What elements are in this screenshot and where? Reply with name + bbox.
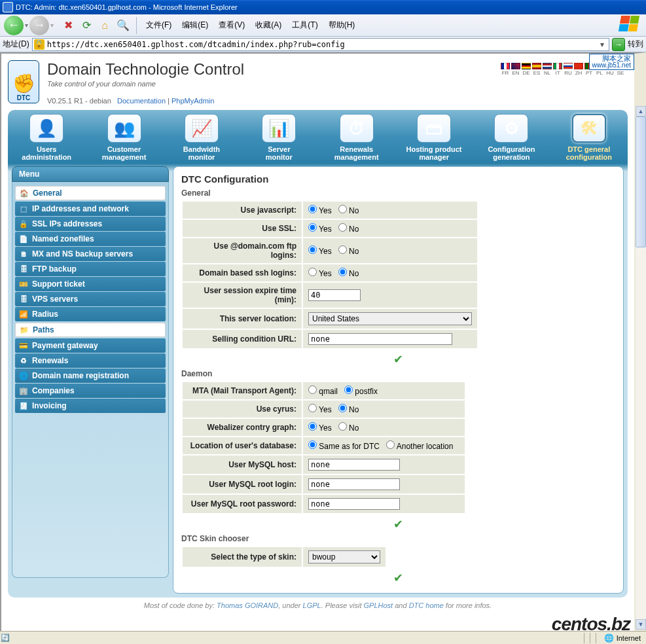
back-dropdown[interactable]: ▾	[25, 22, 28, 29]
sidebar-named-zonefiles[interactable]: Named zonefiles	[15, 232, 166, 246]
footer-license[interactable]: LGPL	[303, 601, 321, 609]
radio-cyrus-no[interactable]	[338, 404, 347, 412]
label-webalizer: Webalizer contry graph:	[182, 418, 302, 437]
menu-tools[interactable]: 工具(T)	[287, 18, 323, 32]
home-icon[interactable]: ⌂	[98, 19, 111, 32]
vertical-scrollbar[interactable]: ▲ ▼	[636, 106, 646, 630]
nav-bandwidth-monitor[interactable]: 📈Bandwidthmonitor	[167, 114, 236, 161]
nav-server-monitor[interactable]: 📊Servermonitor	[244, 114, 314, 161]
sidebar-ftp-backup[interactable]: FTP backup	[15, 262, 166, 276]
input-session[interactable]	[308, 289, 361, 301]
input-cond_url[interactable]	[308, 333, 452, 345]
label-ftp_logins: Use @domain.com ftp logins:	[182, 238, 302, 264]
sidebar-title: Menu	[12, 166, 169, 182]
stop-icon[interactable]: ✖	[62, 19, 75, 32]
dom-icon	[19, 371, 28, 380]
forward-button[interactable]: →	[29, 16, 49, 35]
menu-view[interactable]: 查看(V)	[213, 18, 250, 32]
menu-fav[interactable]: 收藏(A)	[250, 18, 287, 32]
address-dropdown[interactable]: ▾	[597, 40, 607, 49]
flag-label: PL	[595, 70, 604, 76]
radio-mta-postfix[interactable]	[344, 385, 353, 394]
cell-session	[302, 282, 478, 308]
phpmyadmin-link[interactable]: PhpMyAdmin	[171, 97, 214, 105]
address-input[interactable]	[47, 40, 597, 49]
menu-file[interactable]: 文件(F)	[141, 18, 177, 32]
flag-en[interactable]	[511, 63, 520, 69]
cell-mylogin	[302, 474, 465, 494]
input-mypass[interactable]	[308, 498, 400, 510]
radio-use_ssl-no[interactable]	[338, 223, 347, 232]
radio-cyrus-yes[interactable]	[308, 404, 317, 412]
dtc-logo: ✊ DTC	[8, 60, 39, 103]
status-icon: 🔄	[0, 634, 10, 642]
submit-general[interactable]: ✔	[181, 352, 615, 367]
sidebar-general[interactable]: General	[15, 186, 166, 200]
radio-ssh_logins-no[interactable]	[338, 268, 347, 276]
footer-gplhost[interactable]: GPLHost	[364, 601, 393, 609]
radio-ftp_logins-no[interactable]	[338, 245, 347, 254]
sidebar-paths[interactable]: Paths	[15, 323, 166, 337]
radio-use_js-no[interactable]	[338, 205, 347, 213]
flag-ru[interactable]	[564, 63, 573, 69]
input-myhost[interactable]	[308, 459, 400, 471]
radio-use_js-yes[interactable]	[308, 205, 317, 213]
cell-ftp_logins: Yes No	[302, 238, 478, 264]
radio-mta-qmail[interactable]	[308, 385, 317, 394]
flag-es[interactable]	[532, 63, 541, 69]
sidebar-support-ticket[interactable]: Support ticket	[15, 277, 166, 291]
nav-hosting-product-manager[interactable]: 🗃Hosting productmanager	[399, 114, 469, 161]
sidebar-ssl-ips-addresses[interactable]: SSL IPs addresses	[15, 217, 166, 231]
flag-zh[interactable]	[574, 63, 583, 69]
radio-dbloc-another-location[interactable]	[386, 440, 395, 449]
go-button[interactable]: →	[612, 38, 625, 51]
radio-use_ssl-yes[interactable]	[308, 223, 317, 232]
submit-daemon[interactable]: ✔	[181, 517, 615, 531]
refresh-icon[interactable]: ⟳	[80, 19, 93, 32]
address-input-wrap[interactable]: 🔒 ▾	[32, 38, 609, 51]
radio-webalizer-no[interactable]	[338, 422, 347, 431]
menu-help[interactable]: 帮助(H)	[323, 18, 361, 32]
sidebar-invoicing[interactable]: Invoicing	[15, 399, 166, 413]
submit-skin[interactable]: ✔	[181, 571, 615, 585]
sidebar-renewals[interactable]: Renewals	[15, 353, 166, 368]
nav-customer-management[interactable]: 👥Customermanagement	[90, 114, 159, 161]
cell-cyrus: Yes No	[302, 400, 465, 418]
mx-icon	[19, 249, 28, 259]
sidebar-domain-name-registration[interactable]: Domain name registration	[15, 368, 166, 383]
footer-author[interactable]: Thomas GOIRAND	[217, 601, 278, 609]
label-mylogin: User MySQL root login:	[182, 474, 302, 494]
scroll-thumb[interactable]	[636, 116, 646, 247]
flag-label: PT	[584, 70, 594, 76]
flag-fr[interactable]	[501, 63, 510, 69]
sidebar-ip-addresses-and-network[interactable]: IP addresses and network	[15, 202, 166, 216]
documentation-link[interactable]: Documentation	[117, 97, 166, 105]
flag-de[interactable]	[522, 63, 531, 69]
radio-ftp_logins-yes[interactable]	[308, 245, 317, 254]
sidebar-radius[interactable]: Radius	[15, 307, 166, 321]
radio-dbloc-same-as-for-dtc[interactable]	[308, 440, 317, 449]
radio-ssh_logins-yes[interactable]	[308, 268, 317, 276]
sidebar-companies[interactable]: Companies	[15, 384, 166, 398]
nav-renewals-management[interactable]: ⏱Renewalsmanagement	[322, 114, 391, 161]
flag-nl[interactable]	[543, 63, 552, 69]
radio-webalizer-yes[interactable]	[308, 422, 317, 431]
scroll-down[interactable]: ▼	[636, 619, 646, 630]
menu-edit[interactable]: 编辑(E)	[177, 18, 213, 32]
sidebar-vps-servers[interactable]: VPS servers	[15, 292, 166, 306]
nav-dtc-general-configuration[interactable]: 🛠DTC generalconfiguration	[554, 114, 624, 161]
ip-icon	[19, 204, 28, 213]
sidebar-payment-gateway[interactable]: Payment gateway	[15, 338, 166, 353]
scroll-up[interactable]: ▲	[636, 106, 646, 116]
select-skin[interactable]: bwoup	[308, 550, 380, 564]
label-use_ssl: Use SSL:	[182, 219, 302, 238]
flag-it[interactable]	[553, 63, 562, 69]
input-mylogin[interactable]	[308, 478, 400, 490]
footer-dtchome[interactable]: DTC home	[409, 601, 444, 609]
select-location[interactable]: United States	[308, 312, 472, 325]
back-button[interactable]: ←	[4, 16, 24, 35]
nav-users-administration[interactable]: 👤Usersadministration	[12, 114, 81, 161]
sidebar-mx-and-ns-backup-servers[interactable]: MX and NS backup servers	[15, 247, 166, 261]
nav-configuration-generation[interactable]: ⚙Configurationgeneration	[476, 114, 546, 161]
search-icon[interactable]: 🔍	[117, 19, 130, 32]
